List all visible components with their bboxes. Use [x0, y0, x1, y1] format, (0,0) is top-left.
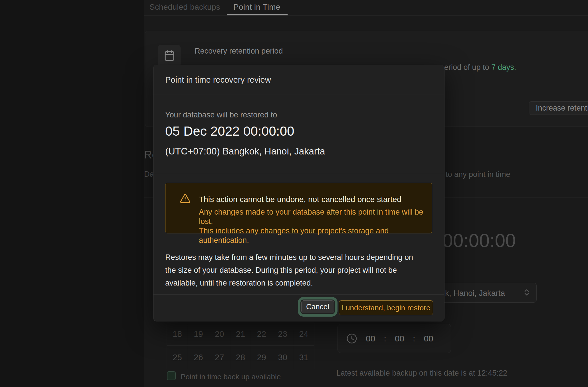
warning-line: Any changes made to your database after …: [199, 207, 432, 226]
calendar-day[interactable]: 26: [188, 346, 209, 369]
calendar-day[interactable]: 20: [209, 323, 230, 345]
time-seconds-field[interactable]: 00: [424, 334, 433, 343]
note-line: available, until the restoration is comp…: [165, 277, 413, 290]
time-picker[interactable]: 00 : 00 : 00: [338, 324, 451, 353]
restore-target-label: Your database will be restored to: [165, 111, 277, 119]
calendar-day[interactable]: 23: [272, 323, 293, 345]
calendar-day[interactable]: 27: [209, 346, 230, 369]
time-separator: :: [384, 334, 386, 343]
retention-card-title: Recovery retention period: [195, 47, 283, 56]
calendar-day[interactable]: 30: [272, 346, 293, 369]
selected-time-heading-fragment: 00:00:00: [442, 230, 516, 251]
calendar-day[interactable]: 24: [293, 323, 314, 345]
calendar-day[interactable]: 21: [230, 323, 251, 345]
tabs-divider: [144, 15, 588, 16]
warning-title: This action cannot be undone, not cancel…: [199, 195, 401, 204]
note-line: the size of your database. During this p…: [165, 264, 413, 277]
section-subtext-fragment-left: Da: [144, 170, 154, 179]
timezone-select-value: k, Hanoi, Jakarta: [445, 289, 505, 298]
tab-scheduled-backups[interactable]: Scheduled backups: [149, 3, 220, 12]
pitr-review-modal: Point in time recovery review Your datab…: [153, 65, 444, 321]
retention-days-highlight: 7 days.: [491, 63, 516, 72]
time-separator: :: [413, 334, 415, 343]
section-subtext-fragment-right: to any point in time: [446, 170, 510, 179]
warning-callout: This action cannot be undone, not cancel…: [165, 183, 432, 233]
cancel-button[interactable]: Cancel: [301, 300, 334, 313]
time-hours-field[interactable]: 00: [366, 334, 375, 343]
pitr-available-label: Point in time back up available: [181, 372, 281, 381]
tab-point-in-time[interactable]: Point in Time: [233, 3, 280, 12]
increase-retention-button[interactable]: Increase retention: [529, 101, 588, 115]
date-picker-calendar: 18 19 20 21 22 23 24 25 26 27 28 29 30 3…: [167, 323, 314, 369]
note-line: Restores may take from a few minutes up …: [165, 251, 413, 264]
warning-triangle-icon: [180, 193, 191, 205]
calendar-day[interactable]: 19: [188, 323, 209, 345]
calendar-icon-container: [158, 45, 181, 67]
time-minutes-field[interactable]: 00: [395, 334, 404, 343]
calendar-day[interactable]: 22: [251, 323, 272, 345]
calendar-day[interactable]: 28: [230, 346, 251, 369]
warning-body: Any changes made to your database after …: [199, 207, 432, 245]
modal-title: Point in time recovery review: [165, 75, 271, 85]
calendar-icon: [164, 50, 175, 62]
latest-backup-note: Latest available backup on this date is …: [336, 369, 507, 378]
confirm-restore-button[interactable]: I understand, begin restore: [339, 300, 433, 315]
backups-page: Scheduled backups Point in Time Recovery…: [0, 0, 588, 387]
pitr-available-checkbox[interactable]: [167, 371, 176, 380]
restore-target-timezone: (UTC+07:00) Bangkok, Hanoi, Jakarta: [165, 146, 325, 157]
clock-icon: [346, 333, 357, 344]
calendar-day[interactable]: 18: [167, 323, 188, 345]
retention-desc-text: eriod of up to: [444, 63, 491, 72]
chevrons-up-down-icon: [523, 288, 531, 298]
restore-target-datetime: 05 Dec 2022 00:00:00: [165, 123, 294, 139]
warning-line: This includes any changes to your projec…: [199, 226, 432, 245]
modal-footer-divider: [153, 294, 444, 295]
calendar-day[interactable]: 25: [167, 346, 188, 369]
restore-duration-note: Restores may take from a few minutes up …: [165, 251, 413, 290]
calendar-day[interactable]: 31: [293, 346, 314, 369]
modal-header-divider: [153, 95, 444, 95]
modal-section-divider: [153, 173, 444, 173]
retention-card-description-fragment: eriod of up to 7 days.: [444, 63, 516, 72]
calendar-day[interactable]: 29: [251, 346, 272, 369]
